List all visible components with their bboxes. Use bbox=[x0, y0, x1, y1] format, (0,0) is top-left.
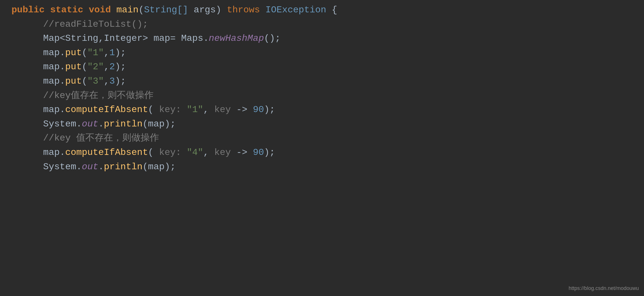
code-token: 90 bbox=[253, 145, 264, 160]
code-token: . bbox=[203, 31, 209, 46]
code-line: //key 值不存在，则做操作 bbox=[12, 131, 632, 145]
code-token: . bbox=[60, 60, 65, 74]
code-token: "4" bbox=[187, 145, 203, 160]
code-token: 90 bbox=[253, 103, 264, 117]
code-token: ); bbox=[115, 46, 126, 60]
code-token: key bbox=[214, 145, 231, 160]
code-token: put bbox=[65, 46, 82, 60]
code-token: map bbox=[43, 145, 60, 160]
code-token bbox=[248, 145, 253, 160]
code-token: , bbox=[104, 74, 109, 89]
code-token: "3" bbox=[87, 74, 104, 89]
code-token: ( bbox=[148, 145, 159, 160]
code-token: ); bbox=[264, 145, 275, 160]
code-token: . bbox=[60, 103, 65, 117]
code-line: public static void main(String[] args) t… bbox=[12, 3, 632, 17]
code-token: (map); bbox=[143, 160, 176, 174]
code-token: Map bbox=[43, 31, 60, 46]
code-token: System bbox=[43, 117, 76, 131]
code-token: 3 bbox=[109, 74, 115, 89]
code-token: String bbox=[65, 31, 98, 46]
code-token: = bbox=[170, 31, 181, 46]
code-token: . bbox=[76, 117, 82, 131]
code-token: , bbox=[203, 103, 214, 117]
code-token: -> bbox=[236, 103, 247, 117]
code-token: map bbox=[43, 103, 60, 117]
code-token: map bbox=[154, 31, 170, 46]
code-token: computeIfAbsent bbox=[65, 145, 148, 160]
code-token: ) bbox=[216, 3, 227, 17]
code-token: Maps bbox=[181, 31, 203, 46]
code-token: String[] bbox=[144, 3, 188, 17]
code-token bbox=[231, 145, 236, 160]
code-token: key: bbox=[159, 145, 181, 160]
code-token bbox=[231, 103, 236, 117]
code-token: System bbox=[43, 160, 76, 174]
code-token: //readFileToList(); bbox=[43, 17, 148, 32]
code-token: , bbox=[98, 31, 104, 46]
code-token: . bbox=[76, 160, 82, 174]
code-token bbox=[181, 103, 187, 117]
code-token: println bbox=[104, 160, 142, 174]
code-token: ( bbox=[82, 74, 87, 89]
code-token: main bbox=[116, 3, 139, 17]
code-token: //key值存在，则不做操作 bbox=[43, 89, 154, 103]
code-token: map bbox=[43, 60, 60, 74]
code-token: static bbox=[50, 3, 89, 17]
code-token: "1" bbox=[87, 46, 104, 60]
code-token: { bbox=[326, 3, 337, 17]
code-token: ( bbox=[82, 46, 87, 60]
code-token: key bbox=[214, 103, 231, 117]
code-token: put bbox=[65, 74, 82, 89]
code-token: key: bbox=[159, 103, 181, 117]
code-token: args bbox=[188, 3, 216, 17]
code-token: , bbox=[104, 60, 109, 74]
code-line: map.computeIfAbsent( key: "4", key -> 90… bbox=[12, 145, 632, 160]
code-token: , bbox=[104, 46, 109, 60]
code-token: , bbox=[203, 145, 214, 160]
code-token: . bbox=[60, 145, 65, 160]
code-token: public bbox=[12, 3, 50, 17]
code-token: IOException bbox=[265, 3, 326, 17]
code-token: ); bbox=[115, 74, 126, 89]
code-token: out bbox=[82, 117, 98, 131]
code-token: ( bbox=[82, 60, 87, 74]
code-token: -> bbox=[236, 145, 247, 160]
code-token: . bbox=[60, 74, 65, 89]
code-line: System.out.println(map); bbox=[12, 160, 632, 174]
code-token: map bbox=[43, 74, 60, 89]
code-token: 2 bbox=[109, 60, 115, 74]
code-token: ); bbox=[115, 60, 126, 74]
code-line: map.put("2",2); bbox=[12, 60, 632, 74]
code-line: //key值存在，则不做操作 bbox=[12, 89, 632, 103]
code-token: . bbox=[60, 46, 65, 60]
code-token: out bbox=[82, 160, 98, 174]
code-token bbox=[181, 145, 187, 160]
code-token: println bbox=[104, 117, 142, 131]
code-token: "1" bbox=[187, 103, 203, 117]
code-line: map.put("1",1); bbox=[12, 46, 632, 60]
code-line: //readFileToList(); bbox=[12, 17, 632, 32]
code-token: (map); bbox=[143, 117, 176, 131]
code-token: map bbox=[43, 46, 60, 60]
code-token: ); bbox=[264, 103, 275, 117]
code-line: Map<String,Integer> map= Maps.newHashMap… bbox=[12, 31, 632, 46]
code-token: ( bbox=[148, 103, 159, 117]
code-token: put bbox=[65, 60, 82, 74]
code-line: map.computeIfAbsent( key: "1", key -> 90… bbox=[12, 103, 632, 117]
code-line: System.out.println(map); bbox=[12, 117, 632, 131]
watermark: https://blog.csdn.net/modouwu bbox=[569, 285, 639, 293]
code-token: "2" bbox=[87, 60, 104, 74]
code-token: //key 值不存在，则做操作 bbox=[43, 131, 159, 145]
code-token: 1 bbox=[109, 46, 115, 60]
code-token: < bbox=[60, 31, 65, 46]
code-token: newHashMap bbox=[209, 31, 264, 46]
code-token: > bbox=[143, 31, 154, 46]
code-token bbox=[248, 103, 253, 117]
code-token: Integer bbox=[104, 31, 142, 46]
code-token: . bbox=[98, 160, 104, 174]
code-token: (); bbox=[264, 31, 281, 46]
code-editor: public static void main(String[] args) t… bbox=[0, 0, 644, 296]
code-token: void bbox=[89, 3, 116, 17]
code-line: map.put("3",3); bbox=[12, 74, 632, 89]
